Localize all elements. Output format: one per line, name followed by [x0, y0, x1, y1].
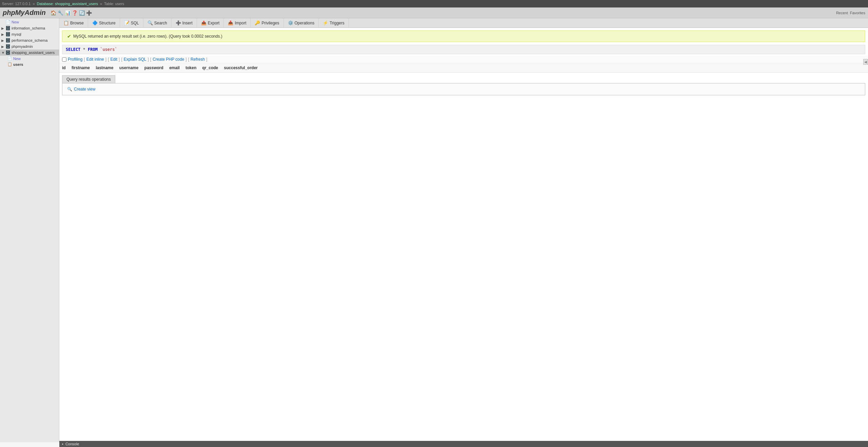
toggle-icon: ▶ [1, 26, 5, 30]
create-view-label: Create view [74, 87, 95, 92]
col-firstname: firstname [72, 65, 90, 70]
sidebar-item-information-schema[interactable]: ▶ 🗄️ information_schema [0, 25, 59, 31]
tab-sql[interactable]: 📝 SQL [120, 18, 143, 27]
refresh-icon-btn[interactable]: 🔄 [79, 10, 85, 16]
sidebar-users-label: users [13, 62, 23, 66]
tab-privileges-label: Privileges [261, 21, 279, 25]
scroll-indicator[interactable]: ◀ [863, 59, 868, 65]
sep: ] [148, 57, 149, 62]
col-id: id [62, 65, 66, 70]
sep: [ [121, 57, 122, 62]
logo-myadmin: MyAdmin [15, 9, 46, 16]
db-icon: 🗄️ [5, 26, 11, 31]
sidebar-item-information-schema-label: information_schema [12, 26, 45, 30]
logo-php: php [3, 9, 15, 16]
tab-browse-label: Browse [70, 21, 84, 25]
edit-link[interactable]: Edit [110, 57, 117, 62]
tab-triggers[interactable]: ⚡ Triggers [319, 18, 349, 27]
sidebar-item-new[interactable]: 📄 New [0, 19, 59, 25]
triggers-icon: ⚡ [323, 20, 328, 25]
refresh-link[interactable]: Refresh [191, 57, 205, 62]
tab-bar: 📋 Browse 🔷 Structure 📝 SQL 🔍 Search ➕ In… [59, 18, 868, 28]
db-icon: 🗄️ [5, 38, 11, 43]
col-lastname: lastname [96, 65, 113, 70]
sidebar-item-shopping-assistant-users[interactable]: ▼ 🗄️ shopping_assistant_users [0, 50, 59, 56]
recent-link[interactable]: Recent [836, 11, 848, 15]
database-breadcrumb[interactable]: Database: shopping_assistant_users [37, 2, 98, 6]
col-qr-code: qr_code [202, 65, 218, 70]
tab-privileges[interactable]: 🔑 Privileges [251, 18, 283, 27]
db-icon: 🗄️ [5, 50, 11, 55]
db-icon: 🗄️ [5, 32, 11, 37]
tab-search-label: Search [154, 21, 167, 25]
sep: [ [188, 57, 189, 62]
insert-icon: ➕ [176, 20, 181, 25]
create-view-icon: 🔍 [67, 87, 72, 92]
console-label: Console [65, 442, 79, 442]
home-icon-btn[interactable]: 🏠 [51, 10, 56, 16]
table-breadcrumb: Table: users [104, 2, 124, 6]
sidebar-item-performance-schema[interactable]: ▶ 🗄️ performance_schema [0, 37, 59, 43]
tab-structure-label: Structure [99, 21, 116, 25]
sidebar-item-phpmyadmin[interactable]: ▶ 🗄️ phpmyadmin [0, 43, 59, 50]
col-successful-order: successful_order [224, 65, 258, 70]
query-results-operations-section: Query results operations 🔍 Create view [62, 75, 865, 95]
table-icon: 📋 [7, 62, 12, 66]
toggle-icon: ▶ [1, 45, 5, 48]
create-php-code-link[interactable]: Create PHP code [153, 57, 184, 62]
col-email: email [169, 65, 180, 70]
header-nav: Recent Favorites [836, 11, 865, 15]
sql-from: FROM [88, 47, 98, 52]
col-password: password [144, 65, 163, 70]
sql-select: SELECT [66, 47, 80, 52]
profiling-bar: Profiling [ Edit inline ] [ Edit ] [ Exp… [59, 56, 868, 63]
tab-operations-label: Operations [295, 21, 315, 25]
tab-export[interactable]: 📤 Export [197, 18, 224, 27]
tab-search[interactable]: 🔍 Search [143, 18, 172, 27]
sep: [ [84, 57, 85, 62]
tab-browse[interactable]: 📋 Browse [59, 18, 88, 27]
breadcrumb-bar: Server: 127.0.0.1 » Database: shopping_a… [0, 0, 868, 7]
tab-structure[interactable]: 🔷 Structure [88, 18, 120, 27]
add-icon-btn[interactable]: ➕ [86, 10, 92, 16]
qro-tab[interactable]: Query results operations [62, 75, 115, 83]
stats-icon-btn[interactable]: 📊 [65, 10, 71, 16]
table-icon: 📄 [7, 56, 12, 61]
search-icon: 🔍 [147, 20, 153, 25]
column-headers: id firstname lastname username password … [59, 63, 868, 73]
server-breadcrumb: Server: 127.0.0.1 [2, 2, 31, 6]
export-icon: 📤 [201, 20, 206, 25]
tab-import[interactable]: 📥 Import [224, 18, 251, 27]
tab-insert[interactable]: ➕ Insert [172, 18, 197, 27]
tab-operations[interactable]: ⚙️ Operations [284, 18, 319, 27]
col-token: token [185, 65, 196, 70]
console-icon: ▪ [62, 442, 63, 442]
sidebar-item-mysql[interactable]: ▶ 🗄️ mysql [0, 31, 59, 37]
sidebar-item-performance-schema-label: performance_schema [12, 38, 47, 42]
sep: ] [105, 57, 106, 62]
sidebar-item-new-table[interactable]: 📄 New [0, 56, 59, 61]
browse-icon: 📋 [63, 20, 69, 25]
tab-sql-label: SQL [131, 21, 139, 25]
create-view-link[interactable]: 🔍 Create view [67, 87, 860, 92]
profiling-link[interactable]: Profiling [68, 57, 82, 62]
sidebar-item-phpmyadmin-label: phpmyadmin [12, 44, 33, 48]
sidebar-item-users-table[interactable]: 📋 users [0, 61, 59, 67]
favorites-link[interactable]: Favorites [850, 11, 865, 15]
operations-icon: ⚙️ [288, 20, 293, 25]
layout: 📄 New ▶ 🗄️ information_schema ▶ 🗄️ mysql… [0, 18, 868, 442]
sidebar-new-table-label: New [13, 57, 21, 61]
console-bar[interactable]: ▪ Console [59, 441, 868, 442]
app-logo: phpMyAdmin [3, 9, 46, 17]
profiling-checkbox[interactable] [62, 57, 66, 62]
help-icon-btn[interactable]: ❓ [72, 10, 78, 16]
sep: ] [185, 57, 186, 62]
explain-sql-link[interactable]: Explain SQL [124, 57, 146, 62]
import-icon: 📥 [228, 20, 233, 25]
check-icon: ✔ [67, 34, 71, 39]
header-icon-group: 🏠 🔧 📊 ❓ 🔄 ➕ [51, 10, 92, 16]
tab-triggers-label: Triggers [330, 21, 344, 25]
sep: ] [119, 57, 120, 62]
edit-inline-link[interactable]: Edit inline [86, 57, 104, 62]
settings-icon-btn[interactable]: 🔧 [58, 10, 63, 16]
